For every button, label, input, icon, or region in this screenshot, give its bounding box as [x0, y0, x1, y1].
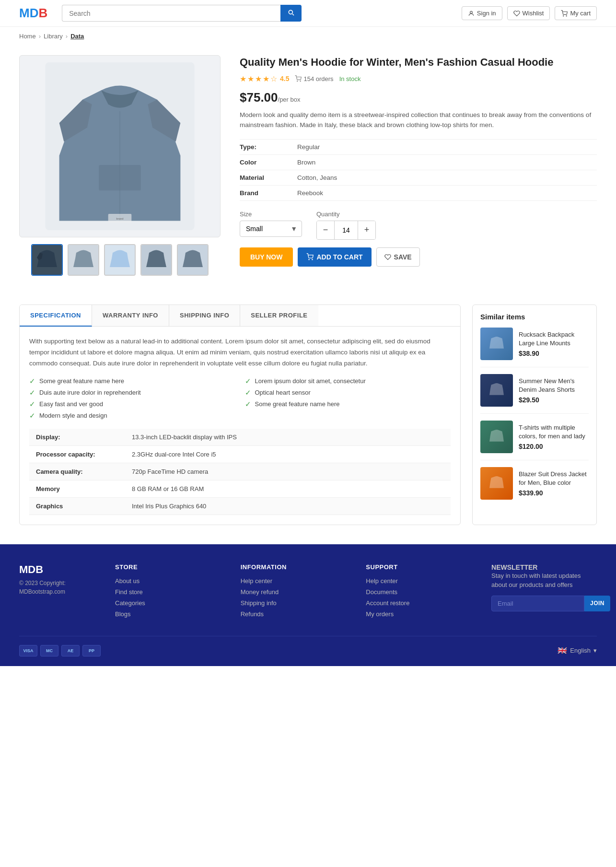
qty-decrease-button[interactable]: −: [317, 221, 334, 239]
tab-warranty[interactable]: WARRANTY INFO: [92, 305, 169, 326]
breadcrumb-library[interactable]: Library: [44, 33, 63, 40]
breadcrumb-current: Data: [70, 33, 84, 40]
similar-item-info: Rucksack Backpack Large Line Mounts $38.…: [519, 330, 589, 357]
similar-item-price: $339.90: [519, 489, 589, 497]
add-to-cart-button[interactable]: ADD TO CART: [298, 247, 371, 267]
table-cell-label: Processor capacity:: [29, 445, 125, 463]
similar-item[interactable]: Blazer Suit Dress Jacket for Men, Blue c…: [480, 467, 589, 506]
logo[interactable]: MDB: [19, 6, 47, 21]
qty-input[interactable]: [334, 221, 358, 239]
product-options: Size Small Medium Large XL XXL ▼ Quantit…: [240, 211, 597, 240]
qty-increase-button[interactable]: +: [358, 221, 375, 239]
wishlist-label: Wishlist: [523, 10, 544, 17]
footer-store-link[interactable]: About us: [115, 577, 221, 585]
svg-point-2: [566, 15, 567, 16]
search-button[interactable]: [280, 5, 302, 22]
spec-row: ColorBrown: [240, 155, 597, 170]
product-title: Quality Men's Hoodie for Winter, Men's F…: [240, 55, 597, 70]
cart-add-icon: [306, 253, 314, 260]
table-row: Memory8 GB RAM or 16 GB RAM: [29, 480, 451, 497]
main-product-image: brand: [19, 55, 221, 237]
size-label: Size: [240, 211, 302, 218]
footer-support-link[interactable]: Help center: [366, 577, 472, 585]
sign-in-button[interactable]: Sign in: [462, 6, 502, 20]
tab-specification[interactable]: SPECIFICATION: [20, 305, 92, 327]
similar-item[interactable]: Summer New Men's Denim Jeans Shorts $29.…: [480, 374, 589, 414]
table-cell-label: Graphics: [29, 497, 125, 515]
table-row: Camera quality:720p FaceTime HD camera: [29, 463, 451, 480]
thumbnail-1[interactable]: [31, 244, 63, 276]
action-buttons: BUY NOW ADD TO CART SAVE: [240, 247, 597, 267]
newsletter-description: Stay in touch with latest updates about …: [491, 571, 597, 590]
stock-status: In stock: [339, 75, 361, 82]
buy-now-button[interactable]: BUY NOW: [240, 247, 293, 267]
newsletter-email-input[interactable]: [491, 596, 584, 611]
thumbnail-3[interactable]: [104, 244, 136, 276]
star-2: ★: [247, 74, 254, 83]
feature-text: Lorem ipsum dolor sit amet, consectetur: [255, 377, 366, 385]
save-button[interactable]: SAVE: [376, 247, 420, 267]
thumbnail-2[interactable]: [68, 244, 99, 276]
search-input[interactable]: [62, 5, 280, 22]
rating-value: 4.5: [280, 75, 289, 82]
footer-support-link[interactable]: Account restore: [366, 599, 472, 607]
feature-text: Modern style and design: [39, 412, 107, 419]
check-icon: ✓: [29, 388, 35, 397]
footer-support-link[interactable]: Documents: [366, 588, 472, 596]
svg-text:brand: brand: [116, 217, 124, 220]
payment-icon: AE: [61, 645, 80, 656]
cart-button[interactable]: My cart: [555, 6, 597, 20]
size-select[interactable]: Small Medium Large XL XXL: [240, 221, 302, 237]
order-count: 154 orders: [295, 75, 333, 82]
spec-label: Brand: [240, 189, 297, 197]
footer-bottom: VISAMCAEPP 🇬🇧 English ▾: [19, 636, 597, 656]
footer: MDB © 2023 Copyright: MDBootstrap.com ST…: [0, 544, 616, 666]
star-3: ★: [255, 74, 262, 83]
footer-store-link[interactable]: Categories: [115, 599, 221, 607]
footer-support-title: SUPPORT: [366, 563, 472, 571]
thumbnail-5[interactable]: [177, 244, 209, 276]
tab-shipping[interactable]: SHIPPING INFO: [169, 305, 240, 326]
table-cell-label: Camera quality:: [29, 463, 125, 480]
language-label: English: [570, 647, 591, 654]
tab-seller[interactable]: SELLER PROFILE: [240, 305, 318, 326]
similar-item[interactable]: T-shirts with multiple colors, for men a…: [480, 421, 589, 460]
thumbnail-4[interactable]: [140, 244, 172, 276]
wishlist-button[interactable]: Wishlist: [507, 6, 550, 20]
feature-text: Easy fast and ver good: [39, 400, 103, 408]
similar-item-price: $29.50: [519, 396, 589, 404]
footer-logo: MDB: [19, 563, 96, 576]
svg-point-13: [297, 81, 298, 82]
footer-copyright: © 2023 Copyright: MDBootstrap.com: [19, 579, 96, 596]
quantity-stepper: − +: [316, 221, 376, 240]
footer-store-link[interactable]: Find store: [115, 588, 221, 596]
similar-item[interactable]: Rucksack Backpack Large Line Mounts $38.…: [480, 328, 589, 367]
footer-store-link[interactable]: Blogs: [115, 610, 221, 618]
language-selector[interactable]: 🇬🇧 English ▾: [558, 646, 597, 655]
hoodie-svg: brand: [43, 62, 197, 230]
footer-info-link[interactable]: Money refund: [241, 588, 347, 596]
newsletter-join-button[interactable]: JOIN: [584, 596, 610, 611]
product-info: Quality Men's Hoodie for Winter, Men's F…: [240, 55, 597, 276]
lower-section: SPECIFICATION WARRANTY INFO SHIPPING INF…: [0, 295, 616, 544]
save-label: SAVE: [394, 253, 412, 261]
similar-item-info: T-shirts with multiple colors, for men a…: [519, 423, 589, 450]
breadcrumb-home[interactable]: Home: [19, 33, 36, 40]
spec-label: Material: [240, 174, 297, 181]
spec-row: BrandReebook: [240, 186, 597, 201]
quantity-label: Quantity: [316, 211, 376, 218]
feature-item: ✓Lorem ipsum dolor sit amet, consectetur: [245, 377, 451, 386]
add-to-cart-label: ADD TO CART: [316, 253, 362, 261]
tabs-body: With supporting text below as a natural …: [20, 327, 460, 525]
footer-main: MDB © 2023 Copyright: MDBootstrap.com ST…: [19, 563, 597, 621]
footer-info-link[interactable]: Refunds: [241, 610, 347, 618]
footer-info-link[interactable]: Help center: [241, 577, 347, 585]
svg-point-1: [563, 15, 564, 16]
footer-info-link[interactable]: Shipping info: [241, 599, 347, 607]
breadcrumb-sep-1: ›: [39, 33, 41, 40]
thumbnail-list: [19, 244, 221, 276]
spec-value: Regular: [297, 143, 320, 151]
footer-support-link[interactable]: My orders: [366, 610, 472, 618]
size-select-wrap: Small Medium Large XL XXL ▼: [240, 221, 302, 237]
table-cell-value: 720p FaceTime HD camera: [125, 463, 451, 480]
